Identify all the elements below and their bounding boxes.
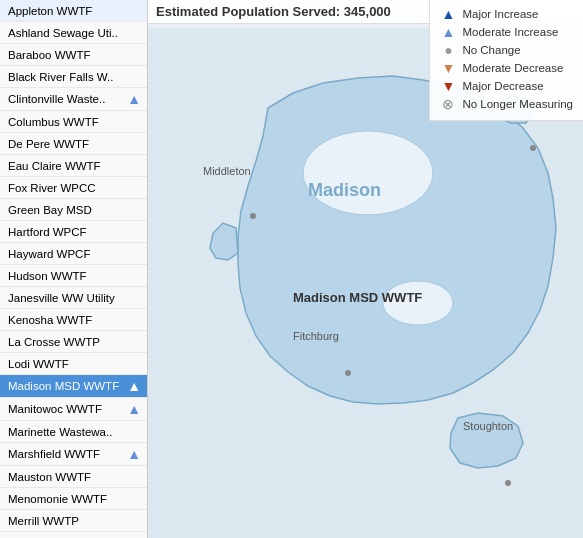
stoughton-dot (505, 480, 511, 486)
sidebar-item-label: Mauston WWTF (8, 471, 141, 483)
moderate-increase-icon: ▲ (127, 446, 141, 462)
legend-row-major-increase: ▲Major Increase (440, 6, 573, 22)
no-change-legend-icon: ● (440, 42, 456, 58)
sidebar-item-label: Appleton WWTF (8, 5, 141, 17)
no-longer-legend-label: No Longer Measuring (462, 98, 573, 110)
sidebar-item-label: Marshfield WWTF (8, 448, 123, 460)
population-value: 345,000 (344, 4, 391, 19)
sidebar-item-marshfield[interactable]: Marshfield WWTF▲ (0, 443, 147, 466)
sidebar-item-de-pere[interactable]: De Pere WWTF (0, 133, 147, 155)
sidebar-item-merrill[interactable]: Merrill WWTP (0, 510, 147, 532)
sidebar-item-label: Madison MSD WWTF (8, 380, 123, 392)
sidebar-item-label: De Pere WWTF (8, 138, 141, 150)
sidebar-item-la-crosse[interactable]: La Crosse WWTP (0, 331, 147, 353)
sun-prairie-dot (530, 145, 536, 151)
no-longer-legend-icon: ⊗ (440, 96, 456, 112)
sidebar-item-label: Marinette Wastewa.. (8, 426, 141, 438)
sidebar-item-label: Hartford WPCF (8, 226, 141, 238)
moderate-increase-legend-icon: ▲ (440, 24, 456, 40)
moderate-decrease-legend-label: Moderate Decrease (462, 62, 563, 74)
svg-point-2 (383, 281, 453, 325)
map-container: Estimated Population Served: 345,000 ▲Ma… (148, 0, 583, 538)
sidebar-item-baraboo[interactable]: Baraboo WWTF (0, 44, 147, 66)
sidebar-item-fox-river[interactable]: Fox River WPCC (0, 177, 147, 199)
sidebar-item-kenosha[interactable]: Kenosha WWTF (0, 309, 147, 331)
svg-point-1 (303, 131, 433, 215)
moderate-decrease-legend-icon: ▼ (440, 60, 456, 76)
sidebar-item-label: Clintonville Waste.. (8, 93, 123, 105)
sidebar-item-mauston[interactable]: Mauston WWTF (0, 466, 147, 488)
sidebar-item-appleton[interactable]: Appleton WWTF (0, 0, 147, 22)
moderate-increase-icon: ▲ (127, 91, 141, 107)
no-change-legend-label: No Change (462, 44, 520, 56)
major-increase-legend-icon: ▲ (440, 6, 456, 22)
sidebar-item-hartford[interactable]: Hartford WPCF (0, 221, 147, 243)
sidebar-item-label: Black River Falls W.. (8, 71, 141, 83)
sidebar-item-label: Green Bay MSD (8, 204, 141, 216)
sidebar-item-janesville[interactable]: Janesville WW Utility (0, 287, 147, 309)
sidebar-item-menomonie[interactable]: Menomonie WWTF (0, 488, 147, 510)
sidebar-item-label: Merrill WWTP (8, 515, 141, 527)
legend-row-major-decrease: ▼Major Decrease (440, 78, 573, 94)
sidebar-item-columbus[interactable]: Columbus WWTF (0, 111, 147, 133)
sidebar-item-label: Lodi WWTF (8, 358, 141, 370)
sidebar-item-ashland[interactable]: Ashland Sewage Uti.. (0, 22, 147, 44)
sidebar-item-label: Hudson WWTF (8, 270, 141, 282)
sidebar-item-label: Kenosha WWTF (8, 314, 141, 326)
sidebar-item-label: Ashland Sewage Uti.. (8, 27, 141, 39)
major-increase-legend-label: Major Increase (462, 8, 538, 20)
major-decrease-legend-label: Major Decrease (462, 80, 543, 92)
middleton-dot (250, 213, 256, 219)
moderate-increase-icon: ▲ (127, 401, 141, 417)
sidebar-item-label: Menomonie WWTF (8, 493, 141, 505)
moderate-increase-icon: ▲ (127, 378, 141, 394)
sidebar-item-label: La Crosse WWTP (8, 336, 141, 348)
sidebar-item-label: Baraboo WWTF (8, 49, 141, 61)
sidebar-item-marinette[interactable]: Marinette Wastewa.. (0, 421, 147, 443)
sidebar-item-eau-claire[interactable]: Eau Claire WWTF (0, 155, 147, 177)
sidebar-item-hudson[interactable]: Hudson WWTF (0, 265, 147, 287)
sidebar-item-label: Janesville WW Utility (8, 292, 141, 304)
major-decrease-legend-icon: ▼ (440, 78, 456, 94)
sidebar-item-label: Eau Claire WWTF (8, 160, 141, 172)
sidebar-item-manitowoc[interactable]: Manitowoc WWTF▲ (0, 398, 147, 421)
sidebar-item-clintonville[interactable]: Clintonville Waste..▲ (0, 88, 147, 111)
legend-row-moderate-increase: ▲Moderate Increase (440, 24, 573, 40)
facility-list: Appleton WWTFAshland Sewage Uti..Baraboo… (0, 0, 148, 538)
legend-row-no-change: ●No Change (440, 42, 573, 58)
fitchburg-dot (345, 370, 351, 376)
sidebar-item-milwaukee-jon[interactable]: Milwaukee MSD Jon.. (0, 532, 147, 538)
sidebar-item-label: Manitowoc WWTF (8, 403, 123, 415)
legend-row-no-longer: ⊗No Longer Measuring (440, 96, 573, 112)
sidebar-item-black-river[interactable]: Black River Falls W.. (0, 66, 147, 88)
sidebar-item-hayward[interactable]: Hayward WPCF (0, 243, 147, 265)
sidebar-item-green-bay[interactable]: Green Bay MSD (0, 199, 147, 221)
population-label: Estimated Population Served: (156, 4, 340, 19)
legend-row-moderate-decrease: ▼Moderate Decrease (440, 60, 573, 76)
map-legend: ▲Major Increase▲Moderate Increase●No Cha… (429, 0, 583, 121)
sidebar-item-label: Columbus WWTF (8, 116, 141, 128)
moderate-increase-legend-label: Moderate Increase (462, 26, 558, 38)
sidebar-item-lodi[interactable]: Lodi WWTF (0, 353, 147, 375)
sidebar-item-label: Fox River WPCC (8, 182, 141, 194)
sidebar-item-madison-msd[interactable]: Madison MSD WWTF▲ (0, 375, 147, 398)
sidebar-item-label: Hayward WPCF (8, 248, 141, 260)
